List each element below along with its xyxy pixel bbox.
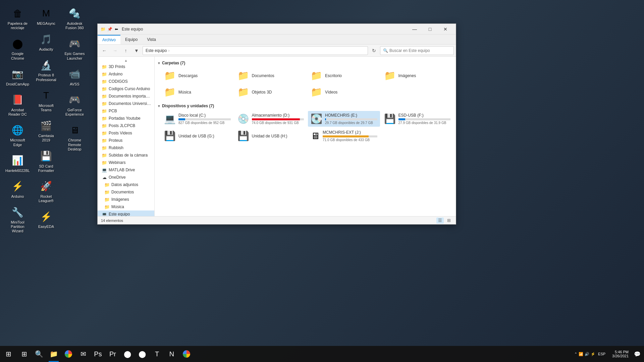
sidebar-label-8: Posts JLCPCB [109,123,135,128]
folders-section-header[interactable]: ▼ Carpetas (7) [157,61,453,65]
sidebar-item-17[interactable]: 📁 Documentos [98,188,154,196]
desktop-icon-19[interactable]: 🎮 GeForce Experience [62,92,87,118]
sidebar-item-1[interactable]: 📁 Arduino [98,70,154,78]
sidebar-item-11[interactable]: 📁 Rubbish [98,144,154,152]
refresh-button[interactable]: ↻ [369,46,379,55]
desktop-icon-9[interactable]: 🎵 Audacity [34,31,59,53]
desktop-icon-2[interactable]: 📷 DroidCamApp [5,66,30,88]
tray-chevron[interactable]: ⌃ [574,352,577,356]
sidebar-item-14[interactable]: 💻 MATLAB Drive [98,166,154,174]
folder-item-3[interactable]: 📁 Imágenes [381,68,453,83]
sidebar-item-0[interactable]: 📁 3D Prints [98,63,154,70]
desktop-icon-17[interactable]: 🎮 Epic Games Launcher [62,35,87,62]
drive-icon-1: 💿 [237,113,249,124]
sidebar-item-2[interactable]: 📁 CODIGOS [98,78,154,85]
back-button[interactable]: ← [100,46,109,55]
folder-item-2[interactable]: 📁 Escritorio [308,68,380,83]
scroll-up-arrow[interactable]: ▲ [98,58,154,63]
drive-item-3[interactable]: 💾 ESD-USB (F:) 27.9 GB disponibles de 31… [381,111,453,127]
desktop-icon-label-8: MEGAsync [37,21,55,26]
sidebar-item-9[interactable]: 📁 Posts Videos [98,129,154,137]
details-view-button[interactable]: ☰ [436,218,444,224]
taskbar-app-start[interactable]: ⊞ [17,346,32,362]
taskbar-app-search[interactable]: 🔍 [32,346,46,362]
desktop-icon-label-9: Audacity [39,47,53,52]
sidebar-label-15: OneDrive [109,175,126,180]
desktop-icon-10[interactable]: 🔬 Proteus 8 Professional [34,57,59,83]
search-bar[interactable]: 🔍 [380,46,454,55]
taskbar-app-chrome2[interactable] [179,346,194,362]
folder-item-5[interactable]: 📁 Objetos 3D [235,84,307,100]
tab-vista[interactable]: Vista [142,35,160,44]
desktop-icon-16[interactable]: 🔩 Autodesk Fusion 360 [62,5,87,32]
taskbar-app-app7[interactable]: ⬤ [120,346,135,362]
large-icons-view-button[interactable]: ⊞ [445,218,452,224]
desktop-icon-15[interactable]: ⚡ EasyEDA [34,208,59,231]
desktop-icon-18[interactable]: 📹 AVSS [62,66,87,88]
address-bar[interactable]: Este equipo › [143,46,368,55]
folder-item-4[interactable]: 📁 Música [161,84,233,100]
desktop-icon-13[interactable]: 💾 SD Card Formatter [34,148,59,175]
taskbar-app-mail[interactable]: ✉ [76,346,91,362]
search-input[interactable] [389,48,451,53]
taskbar-time[interactable]: 5:46 PM 3/26/2021 [609,350,631,358]
close-button[interactable]: ✕ [438,24,453,35]
sidebar-item-5[interactable]: 📁 Documentos Universidad [98,100,154,107]
drives-section-header[interactable]: ▼ Dispositivos y unidades (7) [157,104,453,108]
desktop-icon-0[interactable]: 🗑 Papelera de reciclaje [5,5,30,32]
desktop-icon-12[interactable]: 🎬 Camtasia 2019 [34,117,59,144]
sidebar-icon-17: 📁 [104,189,110,195]
sidebar-item-20[interactable]: 💻 Este equipo [98,210,154,216]
desktop-icon-1[interactable]: ⬤ Google Chrome [5,35,30,62]
desktop-icon-14[interactable]: 🚀 Rocket League® [34,178,59,205]
tab-equipo[interactable]: Equipo [120,35,142,44]
desktop-icon-4[interactable]: 🌐 Microsoft Edge [5,122,30,148]
taskbar-app-photoshop[interactable]: Ps [91,346,105,362]
start-button[interactable]: ⊞ [0,346,17,362]
sidebar-item-13[interactable]: 📁 Webinars [98,159,154,166]
sidebar-item-8[interactable]: 📁 Posts JLCPCB [98,122,154,129]
item-count: 14 elementos [101,219,123,223]
sidebar-item-3[interactable]: 📁 Codigos Curso Arduino [98,85,154,93]
sidebar-item-18[interactable]: 📁 Imágenes [98,196,154,203]
desktop-icon-11[interactable]: T Microsoft Teams [34,87,59,114]
maximize-button[interactable]: □ [422,24,438,35]
desktop-icon-3[interactable]: 📕 Acrobat Reader DC [5,92,30,118]
drive-item-1[interactable]: 💿 Almacenamiento (D:) 74.0 GB disponible… [235,111,307,127]
sidebar-item-15[interactable]: ☁ OneDrive [98,174,154,181]
taskbar-app-netflix[interactable]: N [164,346,179,362]
drive-item-6[interactable]: 🖥 MCMCHRIS-EXT (J:) 71.0 GB disponibles … [308,128,380,144]
sidebar-item-7[interactable]: 📁 Portadas Youtube [98,115,154,122]
recent-button[interactable]: ▼ [132,46,141,55]
up-button[interactable]: ↑ [121,46,130,55]
taskbar-app-teams[interactable]: T [150,346,164,362]
sidebar-item-12[interactable]: 📁 Subidas de la cámara [98,152,154,159]
sidebar-item-4[interactable]: 📁 Documentos importantes [98,93,154,100]
sidebar-item-6[interactable]: 📁 PCB [98,107,154,115]
taskbar-app-premiere[interactable]: Pr [105,346,120,362]
folders-section-title: Carpetas (7) [162,61,185,65]
drive-bar-6 [323,135,369,137]
taskbar-app-app8[interactable]: ⬤ [135,346,150,362]
folder-item-1[interactable]: 📁 Documentos [235,68,307,83]
sidebar-item-16[interactable]: 📁 Datos adjuntos [98,181,154,188]
drive-item-0[interactable]: 💻 Disco local (C:) 827 GB disponibles de… [161,111,233,127]
folder-item-6[interactable]: 📁 Vídeos [308,84,380,100]
drive-item-2[interactable]: 💽 HOMECHRIS (E:) 29.7 GB disponibles de … [308,111,380,127]
sidebar-item-19[interactable]: 📁 Música [98,203,154,210]
drive-item-4[interactable]: 💾 Unidad de USB (G:) [161,128,233,144]
tab-archivo[interactable]: Archivo [98,35,120,44]
desktop-icon-20[interactable]: 🖥 Chrome Remote Desktop [62,122,87,153]
desktop-icon-5[interactable]: 📊 Hantek6022BL [5,152,30,175]
desktop-icon-8[interactable]: M MEGAsync [34,5,59,27]
desktop-icon-7[interactable]: 🔧 MiniTool Partition Wizard [5,204,30,235]
forward-button[interactable]: → [110,46,120,55]
desktop-icon-6[interactable]: ⚡ Arduino [5,178,30,200]
taskbar-app-file-explorer[interactable]: 📁 [46,346,61,362]
minimize-button[interactable]: ― [407,24,422,35]
drive-item-5[interactable]: 💾 Unidad de USB (H:) [235,128,307,144]
folder-item-0[interactable]: 📁 Descargas [161,68,233,83]
taskbar-app-chrome[interactable] [61,346,76,362]
notification-icon[interactable]: 💬 [634,351,641,357]
sidebar-item-10[interactable]: 📁 Proteus [98,137,154,144]
